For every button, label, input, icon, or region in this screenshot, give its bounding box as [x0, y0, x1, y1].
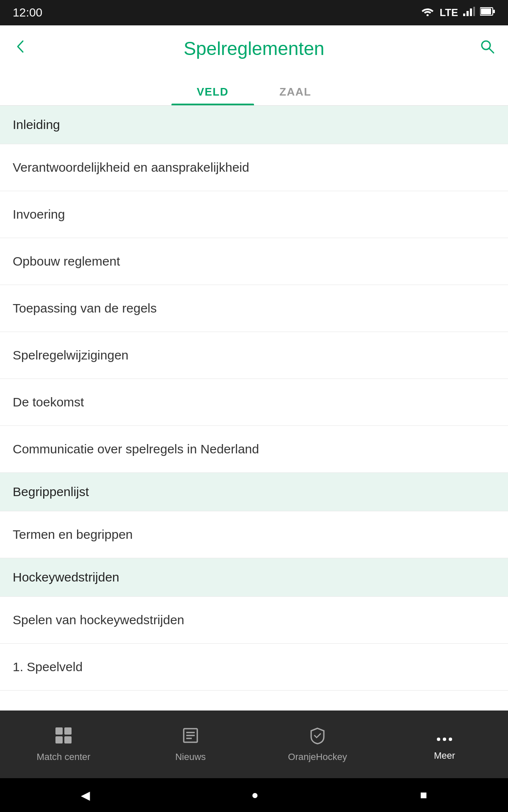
- page-title: Spelreglementen: [184, 38, 325, 59]
- wifi-icon: [421, 7, 434, 19]
- lte-label: LTE: [439, 7, 458, 19]
- more-icon: [436, 728, 453, 747]
- svg-rect-13: [64, 736, 72, 743]
- battery-icon: [480, 7, 495, 19]
- list-item[interactable]: Opbouw reglement: [0, 238, 508, 285]
- list-item[interactable]: Communicatie over spelregels in Nederlan…: [0, 426, 508, 473]
- list-item[interactable]: Begrippenlijst: [0, 473, 508, 511]
- content-list: Inleiding Verantwoordelijkheid en aanspr…: [0, 106, 508, 710]
- search-button[interactable]: [479, 38, 495, 59]
- shield-icon: [309, 727, 326, 748]
- svg-point-0: [427, 14, 429, 16]
- svg-rect-11: [64, 727, 72, 735]
- nav-label-match-center: Match center: [36, 752, 90, 763]
- bottom-nav: Match center Nieuws OranjeHockey: [0, 710, 508, 778]
- grid-icon: [55, 727, 72, 748]
- system-nav: ◀ ● ■: [0, 778, 508, 812]
- list-item[interactable]: Hockeywedstrijden: [0, 558, 508, 597]
- tab-zaal[interactable]: ZAAL: [254, 85, 337, 105]
- svg-point-20: [449, 738, 452, 741]
- list-item[interactable]: Invoering: [0, 191, 508, 238]
- list-item[interactable]: Verantwoordelijkheid en aansprakelijkhei…: [0, 144, 508, 191]
- system-home-button[interactable]: ●: [251, 788, 259, 802]
- status-icons: LTE: [421, 7, 495, 19]
- list-item[interactable]: Spelregelwijzigingen: [0, 332, 508, 379]
- nav-item-match-center[interactable]: Match center: [25, 727, 102, 763]
- list-item[interactable]: Toepassing van de regels: [0, 285, 508, 332]
- nav-label-nieuws: Nieuws: [175, 752, 206, 763]
- list-item[interactable]: Termen en begrippen: [0, 511, 508, 558]
- tab-veld[interactable]: VELD: [171, 85, 254, 105]
- svg-rect-7: [493, 10, 495, 13]
- status-time: 12:00: [13, 6, 42, 19]
- list-item[interactable]: Inleiding: [0, 106, 508, 144]
- nav-item-meer[interactable]: Meer: [406, 728, 483, 761]
- svg-rect-2: [467, 11, 469, 16]
- svg-point-19: [443, 738, 446, 741]
- svg-rect-4: [473, 7, 475, 16]
- list-item[interactable]: 1. Speelveld: [0, 644, 508, 691]
- svg-point-18: [437, 738, 440, 741]
- status-bar: 12:00 LTE: [0, 0, 508, 25]
- system-recent-button[interactable]: ■: [420, 788, 427, 802]
- list-item[interactable]: De toekomst: [0, 379, 508, 426]
- app-bar: Spelreglementen: [0, 25, 508, 72]
- nav-label-meer: Meer: [434, 750, 455, 761]
- nav-item-nieuws[interactable]: Nieuws: [152, 727, 229, 763]
- back-button[interactable]: [13, 38, 29, 59]
- svg-rect-12: [55, 736, 63, 743]
- svg-rect-1: [463, 14, 465, 16]
- svg-rect-3: [470, 8, 472, 16]
- svg-rect-6: [481, 8, 491, 14]
- tabs-container: VELD ZAAL: [0, 72, 508, 106]
- list-item[interactable]: Spelen van hockeywedstrijden: [0, 597, 508, 644]
- nav-item-oranje-hockey[interactable]: OranjeHockey: [279, 727, 356, 763]
- svg-rect-10: [55, 727, 63, 735]
- signal-icon: [463, 7, 475, 19]
- newspaper-icon: [182, 727, 199, 748]
- svg-line-9: [489, 49, 494, 53]
- system-back-button[interactable]: ◀: [81, 788, 90, 802]
- nav-label-oranje-hockey: OranjeHockey: [288, 752, 347, 763]
